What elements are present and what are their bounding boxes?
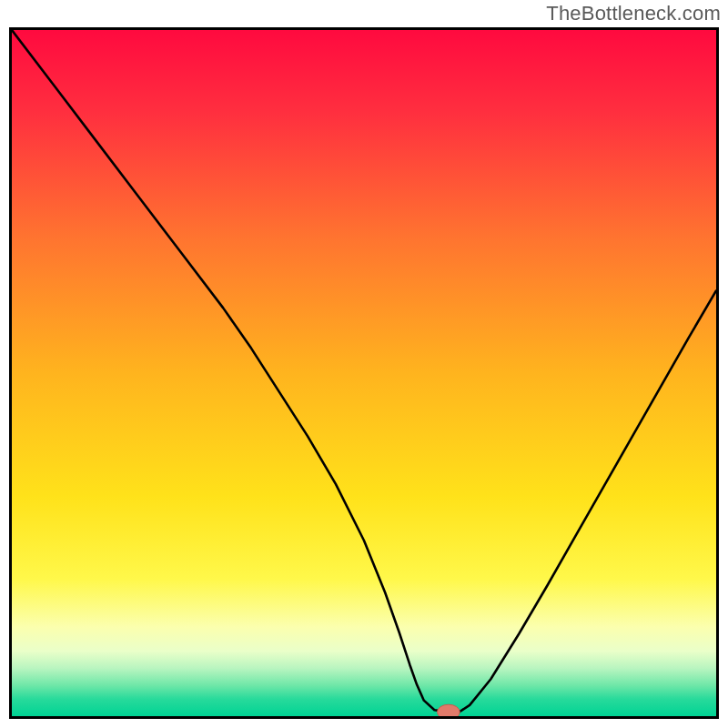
plot-area [9,27,719,719]
watermark-text: TheBottleneck.com [546,2,721,25]
optimal-point-marker [438,704,460,716]
chart-frame: TheBottleneck.com [0,0,728,728]
chart-svg [12,30,716,716]
gradient-background [12,30,716,716]
